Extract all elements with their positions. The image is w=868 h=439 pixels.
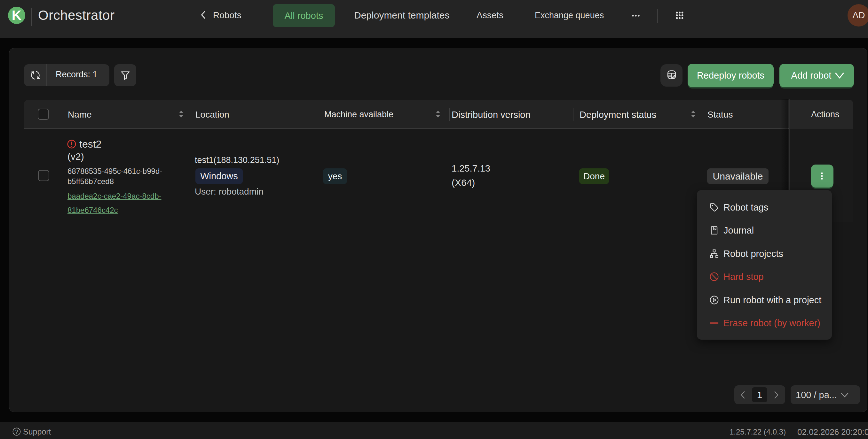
- svg-text:?: ?: [16, 429, 18, 435]
